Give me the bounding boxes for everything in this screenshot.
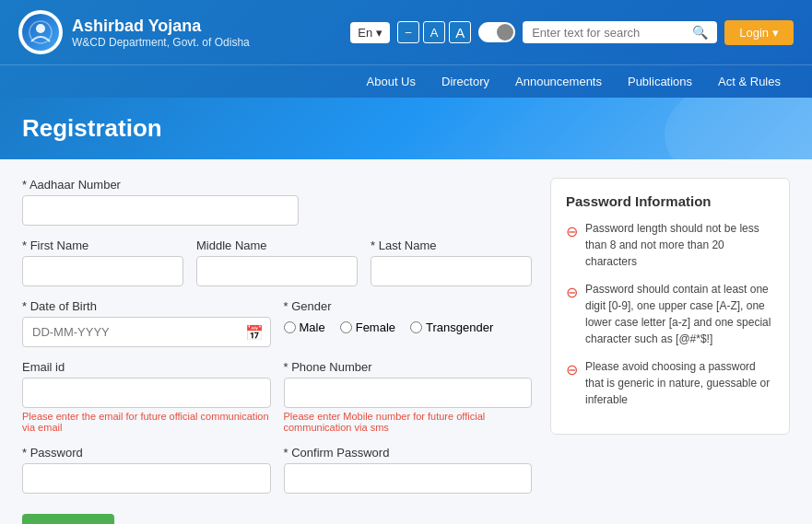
gender-group: Male Female Transgender: [284, 317, 533, 334]
rule-text-3: Please avoid choosing a password that is…: [585, 358, 774, 408]
last-name-label: * Last Name: [371, 239, 532, 252]
site-title: Ashirbad Yojana: [72, 17, 250, 36]
chevron-down-icon: ▾: [376, 26, 382, 40]
password-row: * Password * Confirm Password: [22, 446, 532, 494]
chevron-down-icon: ▾: [772, 26, 779, 40]
phone-hint: Please enter Mobile number for future of…: [284, 411, 533, 433]
gender-transgender-label: Transgender: [426, 320, 493, 334]
lang-label: En: [358, 26, 372, 40]
middle-name-label: Middle Name: [196, 239, 358, 252]
search-icon[interactable]: 🔍: [692, 25, 708, 40]
rule-text-1: Password length should not be less than …: [585, 220, 774, 270]
dob-col: * Date of Birth 📅: [22, 299, 271, 347]
aadhaar-label: * Aadhaar Number: [22, 178, 532, 192]
gender-male-option[interactable]: Male: [284, 320, 325, 334]
header: Ashirbad Yojana W&CD Department, Govt. o…: [0, 0, 812, 64]
gender-male-label: Male: [300, 320, 325, 334]
font-decrease-button[interactable]: –: [397, 21, 419, 43]
aadhaar-row: * Aadhaar Number: [22, 178, 532, 226]
search-wrapper: 🔍: [523, 21, 717, 43]
nav-links: About Us Directory Announcements Publica…: [354, 67, 794, 96]
password-rule-2: ⊖ Password should contain at least one d…: [566, 281, 774, 347]
header-right: En ▾ – A A 🔍 Login ▾: [350, 20, 794, 45]
middle-name-col: Middle Name: [196, 239, 358, 286]
email-input[interactable]: [22, 378, 271, 408]
gender-female-option[interactable]: Female: [340, 320, 395, 334]
middle-name-input[interactable]: [196, 256, 358, 286]
password-info-title: Password Information: [566, 193, 774, 209]
gender-female-label: Female: [356, 320, 395, 334]
password-input[interactable]: [22, 463, 271, 494]
page-title: Registration: [22, 114, 162, 143]
gender-transgender-option[interactable]: Transgender: [410, 320, 493, 334]
font-controls: – A A: [397, 21, 471, 43]
font-increase-button[interactable]: A: [449, 21, 471, 43]
header-title: Ashirbad Yojana W&CD Department, Govt. o…: [72, 17, 250, 49]
nav-act-rules[interactable]: Act & Rules: [705, 67, 794, 96]
gender-male-radio[interactable]: [284, 321, 296, 333]
register-button[interactable]: Register: [22, 514, 114, 524]
calendar-icon[interactable]: 📅: [245, 323, 264, 341]
last-name-col: * Last Name: [371, 239, 532, 286]
nav-publications[interactable]: Publications: [615, 67, 705, 96]
phone-col: * Phone Number Please enter Mobile numbe…: [284, 360, 533, 433]
last-name-input[interactable]: [371, 256, 532, 286]
page-banner: Registration: [0, 98, 812, 159]
confirm-password-label: * Confirm Password: [284, 446, 533, 460]
language-selector[interactable]: En ▾: [350, 22, 390, 43]
site-subtitle: W&CD Department, Govt. of Odisha: [72, 36, 250, 49]
svg-point-0: [36, 24, 45, 33]
email-label: Email id: [22, 360, 271, 374]
email-col: Email id Please enter the email for futu…: [22, 360, 271, 433]
aadhaar-input[interactable]: [22, 195, 299, 226]
nav-announcements[interactable]: Announcements: [502, 67, 615, 96]
font-normal-button[interactable]: A: [423, 21, 445, 43]
dob-wrapper: 📅: [22, 317, 271, 347]
password-label: * Password: [22, 446, 271, 460]
first-name-input[interactable]: [22, 256, 183, 286]
email-hint: Please enter the email for future offici…: [22, 411, 271, 433]
confirm-password-input[interactable]: [284, 463, 533, 494]
theme-toggle[interactable]: [478, 22, 515, 42]
login-label: Login: [739, 26, 769, 40]
first-name-col: * First Name: [22, 239, 183, 286]
gender-col: * Gender Male Female Transgender: [284, 299, 533, 347]
phone-input[interactable]: [284, 378, 533, 408]
password-info-panel: Password Information ⊖ Password length s…: [550, 178, 790, 435]
name-row: * First Name Middle Name * Last Name: [22, 239, 532, 286]
phone-label: * Phone Number: [284, 360, 533, 374]
search-input[interactable]: [532, 26, 687, 40]
navbar: About Us Directory Announcements Publica…: [0, 64, 812, 98]
header-left: Ashirbad Yojana W&CD Department, Govt. o…: [18, 10, 250, 54]
first-name-label: * First Name: [22, 239, 183, 252]
password-col: * Password: [22, 446, 271, 494]
rule-text-2: Password should contain at least one dig…: [585, 281, 774, 347]
email-phone-row: Email id Please enter the email for futu…: [22, 360, 532, 433]
gender-transgender-radio[interactable]: [410, 321, 422, 333]
rule-icon-3: ⊖: [566, 359, 578, 381]
logo-inner: [22, 14, 59, 51]
password-rule-3: ⊖ Please avoid choosing a password that …: [566, 358, 774, 408]
nav-about-us[interactable]: About Us: [354, 67, 429, 96]
register-row: Register: [22, 507, 532, 524]
gender-label: * Gender: [284, 299, 533, 313]
logo: [18, 10, 63, 54]
main-content: * Aadhaar Number * First Name Middle Nam…: [0, 159, 812, 524]
login-button[interactable]: Login ▾: [724, 20, 794, 45]
rule-icon-2: ⊖: [566, 282, 578, 304]
password-rule-1: ⊖ Password length should not be less tha…: [566, 220, 774, 270]
rule-icon-1: ⊖: [566, 221, 578, 243]
dob-input[interactable]: [22, 317, 271, 347]
registration-form: * Aadhaar Number * First Name Middle Nam…: [22, 178, 532, 524]
gender-female-radio[interactable]: [340, 321, 352, 333]
confirm-password-col: * Confirm Password: [284, 446, 533, 494]
nav-directory[interactable]: Directory: [429, 67, 502, 96]
dob-gender-row: * Date of Birth 📅 * Gender Male Female: [22, 299, 532, 347]
dob-label: * Date of Birth: [22, 299, 271, 313]
